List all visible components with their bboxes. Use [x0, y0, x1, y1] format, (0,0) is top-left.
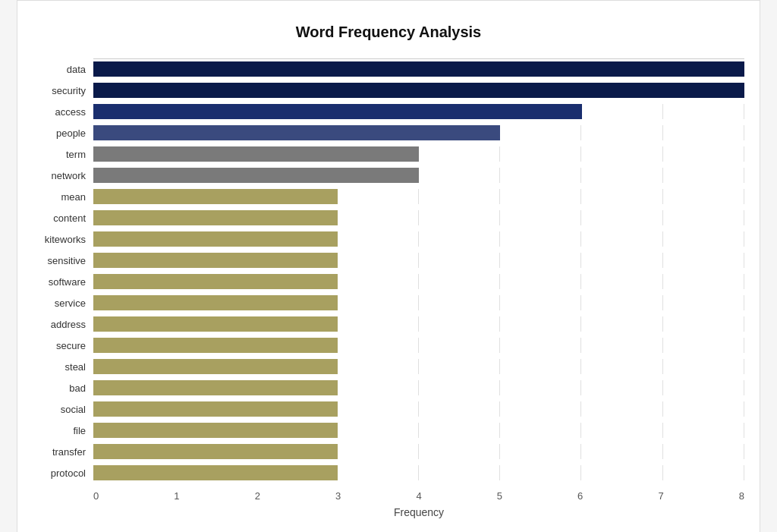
bar-label: access [33, 106, 93, 118]
bar-label: content [33, 212, 93, 224]
bar-track [93, 83, 744, 98]
bar-fill [93, 423, 338, 438]
bar-track [93, 274, 744, 289]
bar-label: social [33, 404, 93, 415]
x-axis-title: Frequency [93, 506, 744, 518]
bar-track [93, 189, 744, 204]
bar-fill [93, 295, 338, 310]
bar-row: network [33, 165, 744, 185]
bar-fill [93, 168, 419, 183]
bar-track [93, 380, 744, 395]
bar-row: service [33, 293, 744, 313]
bar-fill [93, 61, 744, 77]
bar-row: social [33, 399, 744, 419]
bar-fill [93, 253, 338, 268]
bar-fill [93, 146, 419, 162]
bar-row: access [33, 102, 744, 121]
bar-fill [93, 83, 744, 98]
bar-label: transfer [33, 446, 93, 458]
bar-row: file [33, 420, 744, 440]
x-tick-label: 3 [335, 490, 341, 502]
bar-row: security [33, 80, 744, 100]
bar-fill [93, 316, 338, 332]
bar-label: security [33, 85, 93, 96]
bar-row: protocol [33, 463, 744, 483]
bar-track [93, 316, 744, 332]
bar-label: data [33, 64, 93, 75]
bar-row: bad [33, 378, 744, 398]
bar-row: term [33, 144, 744, 164]
bar-row: data [33, 59, 744, 79]
bar-label: term [33, 149, 93, 160]
bar-fill [93, 401, 338, 417]
bar-row: address [33, 314, 744, 334]
bar-track [93, 423, 744, 438]
bar-label: file [33, 425, 93, 436]
bar-row: software [33, 272, 744, 291]
bar-label: people [33, 127, 93, 139]
bar-track [93, 401, 744, 417]
x-tick-label: 6 [577, 490, 583, 502]
bar-row: steal [33, 357, 744, 376]
x-tick-label: 1 [174, 490, 179, 502]
x-tick-label: 0 [93, 490, 99, 502]
bar-fill [93, 104, 582, 119]
bar-fill [93, 189, 338, 204]
x-tick-label: 8 [739, 490, 744, 502]
bar-fill [93, 338, 338, 353]
x-tick-label: 2 [255, 490, 260, 502]
bar-label: network [33, 170, 93, 181]
bar-label: steal [33, 361, 93, 373]
bar-fill [93, 380, 338, 395]
bar-row: secure [33, 335, 744, 355]
bar-row: people [33, 123, 744, 143]
bar-track [93, 465, 744, 480]
x-axis: 012345678 [93, 490, 744, 502]
bar-label: protocol [33, 467, 93, 479]
bar-fill [93, 210, 338, 225]
bar-label: service [33, 297, 93, 309]
bar-row: content [33, 208, 744, 228]
bar-fill [93, 359, 338, 374]
bar-label: address [33, 319, 93, 330]
bar-row: mean [33, 187, 744, 206]
bar-fill [93, 274, 338, 289]
bar-fill [93, 465, 338, 480]
bar-label: bad [33, 382, 93, 394]
bar-track [93, 61, 744, 77]
bar-row: sensitive [33, 250, 744, 270]
chart-container: Word Frequency Analysis datasecurityacce… [17, 0, 760, 532]
bar-fill [93, 444, 338, 459]
bar-track [93, 125, 744, 140]
bar-track [93, 168, 744, 183]
x-tick-label: 7 [658, 490, 663, 502]
bar-track [93, 146, 744, 162]
bar-label: software [33, 276, 93, 288]
bar-label: mean [33, 191, 93, 203]
x-tick-label: 5 [497, 490, 502, 502]
bar-fill [93, 231, 338, 247]
bar-label: sensitive [33, 255, 93, 266]
bar-track [93, 210, 744, 225]
bar-row: transfer [33, 442, 744, 461]
bar-row: kiteworks [33, 229, 744, 249]
bar-track [93, 359, 744, 374]
bar-track [93, 104, 744, 119]
bar-track [93, 444, 744, 459]
bar-track [93, 253, 744, 268]
x-axis-labels: 012345678 [93, 490, 744, 502]
bar-fill [93, 125, 500, 140]
bars-area: datasecurityaccesspeopletermnetworkmeanc… [33, 59, 744, 484]
bar-track [93, 338, 744, 353]
bar-label: kiteworks [33, 234, 93, 245]
bar-track [93, 295, 744, 310]
x-tick-label: 4 [416, 490, 421, 502]
bar-track [93, 231, 744, 247]
chart-title: Word Frequency Analysis [33, 24, 744, 41]
bar-label: secure [33, 340, 93, 351]
